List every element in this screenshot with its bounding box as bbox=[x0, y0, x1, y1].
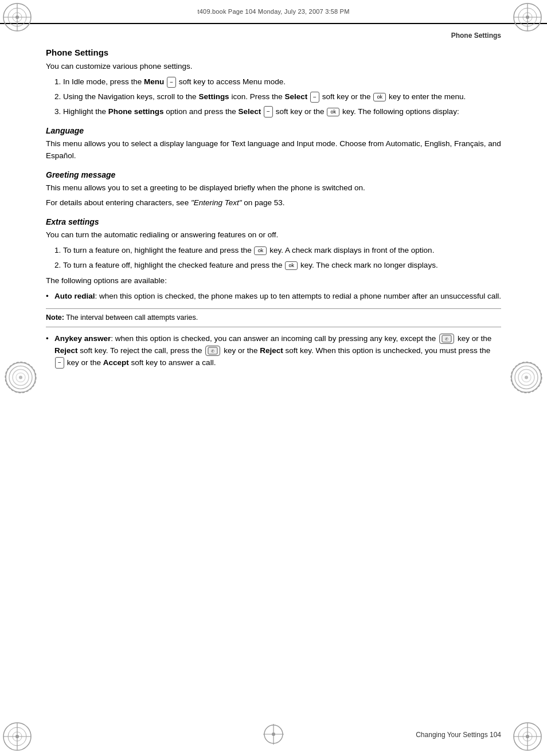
step-1-text: In Idle mode, press the Menu − soft key … bbox=[63, 77, 286, 86]
header-text: t409.book Page 104 Monday, July 23, 2007… bbox=[197, 8, 349, 15]
section-header-right: Phone Settings bbox=[46, 32, 501, 41]
intro-text: You can customize various phone settings… bbox=[46, 61, 501, 73]
svg-text:✆: ✆ bbox=[445, 337, 448, 341]
extra-steps-list: To turn a feature on, highlight the feat… bbox=[63, 245, 501, 272]
note-box: Note: The interval between call attempts… bbox=[46, 308, 501, 327]
options-label: The following options are available: bbox=[46, 275, 501, 287]
language-heading: Language bbox=[46, 126, 501, 135]
phone-key-icon-1: ✆ bbox=[439, 334, 454, 344]
note-text: The interval between call attempts varie… bbox=[64, 314, 198, 322]
extra-intro: You can turn the automatic redialing or … bbox=[46, 229, 501, 241]
svg-text:✆: ✆ bbox=[211, 349, 214, 353]
step-2-text: Using the Navigation keys, scroll to the… bbox=[63, 92, 466, 101]
right-spiral-decoration bbox=[510, 361, 542, 395]
greeting-body-2: For details about entering characters, s… bbox=[46, 197, 501, 209]
header-bar: t409.book Page 104 Monday, July 23, 2007… bbox=[0, 0, 547, 24]
corner-decoration-tl bbox=[1, 1, 36, 36]
svg-point-28 bbox=[19, 375, 22, 379]
section-label: Phone Settings bbox=[451, 32, 501, 40]
note-label: Note: bbox=[46, 314, 64, 322]
anykey-item: Anykey answer: when this option is check… bbox=[46, 333, 501, 369]
extra-step-1-text: To turn a feature on, highlight the feat… bbox=[63, 246, 434, 254]
accept-softkey-icon: − bbox=[55, 357, 64, 369]
anykey-text-1: : when this option is checked, you can a… bbox=[54, 334, 491, 367]
footer-area: Changing Your Settings 104 bbox=[0, 731, 547, 739]
auto-redial-label: Auto redial bbox=[54, 292, 95, 300]
greeting-body-1: This menu allows you to set a greeting t… bbox=[46, 182, 501, 194]
extra-step-2-text: To turn a feature off, highlight the che… bbox=[63, 261, 438, 269]
extra-step-2: To turn a feature off, highlight the che… bbox=[63, 260, 501, 272]
step-2: Using the Navigation keys, scroll to the… bbox=[63, 91, 501, 103]
steps-list: In Idle mode, press the Menu − soft key … bbox=[63, 76, 501, 118]
menu-softkey-icon: − bbox=[167, 77, 176, 88]
corner-decoration-tr bbox=[511, 1, 546, 36]
ok-key-icon-2: ok bbox=[373, 93, 386, 101]
select-softkey-icon-2: − bbox=[310, 92, 319, 103]
svg-point-34 bbox=[525, 375, 528, 379]
footer-right: Changing Your Settings 104 bbox=[416, 731, 501, 739]
step-1: In Idle mode, press the Menu − soft key … bbox=[63, 76, 501, 88]
auto-redial-text: : when this option is checked, the phone… bbox=[95, 292, 501, 300]
ok-key-extra-2: ok bbox=[285, 261, 298, 270]
content-area: Phone Settings Phone Settings You can cu… bbox=[46, 32, 501, 710]
extra-step-1: To turn a feature on, highlight the feat… bbox=[63, 245, 501, 257]
ok-key-icon-3: ok bbox=[327, 108, 339, 116]
anykey-label: Anykey answer bbox=[54, 334, 111, 343]
ok-key-extra-1: ok bbox=[254, 246, 267, 255]
greeting-heading: Greeting message bbox=[46, 170, 501, 179]
main-heading: Phone Settings bbox=[46, 48, 501, 57]
step-3-text: Highlight the Phone settings option and … bbox=[63, 107, 459, 116]
left-spiral-decoration bbox=[5, 361, 37, 395]
language-body: This menu allows you to select a display… bbox=[46, 138, 501, 162]
auto-redial-item: Auto redial: when this option is checked… bbox=[46, 291, 501, 303]
select-softkey-icon-3: − bbox=[264, 106, 273, 117]
page-container: t409.book Page 104 Monday, July 23, 2007… bbox=[0, 0, 547, 756]
step-3: Highlight the Phone settings option and … bbox=[63, 106, 501, 118]
phone-key-icon-2: ✆ bbox=[205, 346, 220, 356]
extra-heading: Extra settings bbox=[46, 217, 501, 226]
